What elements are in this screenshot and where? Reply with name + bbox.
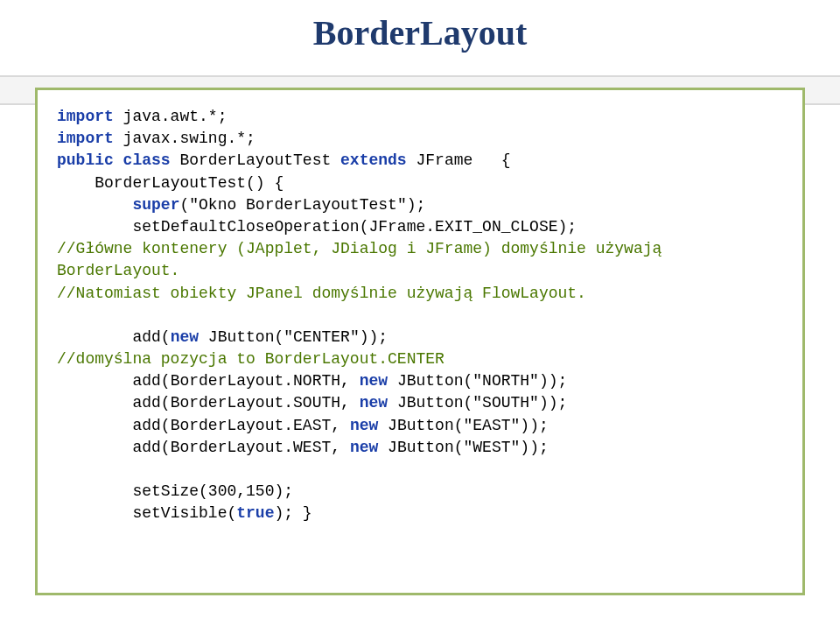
superclass: JFrame { (407, 151, 511, 169)
add-west-a: add(BorderLayout. (57, 439, 293, 456)
pkg-awt: java.awt.*; (114, 108, 228, 125)
paren: ); (558, 218, 578, 236)
comment-line: //domyślna pozycja to BorderLayout.CENTE… (57, 350, 444, 368)
kw-new: new (360, 372, 388, 390)
kw-import: import (57, 130, 114, 147)
const-east: EAST (293, 417, 331, 434)
kw-new: new (350, 417, 378, 434)
jbutton-south: JButton("SOUTH")); (388, 394, 567, 411)
jbutton-east: JButton("EAST")); (378, 417, 548, 434)
kw-import: import (57, 108, 114, 125)
super-arg: ("Okno BorderLayoutTest"); (179, 196, 425, 214)
class-name: BorderLayoutTest (171, 151, 340, 169)
comment-line: //Główne kontenery (JApplet, JDialog i J… (57, 240, 671, 279)
setvisible-a: setVisible( (57, 504, 236, 522)
exit-on-close: EXIT_ON_CLOSE (435, 218, 557, 236)
kw-true: true (236, 504, 274, 522)
const-south: SOUTH (293, 394, 340, 411)
add-east-a: add(BorderLayout. (57, 417, 293, 434)
jbutton-north: JButton("NORTH")); (388, 372, 567, 390)
const-north: NORTH (293, 372, 340, 390)
jbutton-center: JButton("CENTER")); (199, 328, 388, 346)
setvisible-b: ); } (274, 504, 312, 522)
comma: , (331, 439, 350, 456)
add-north-a: add(BorderLayout. (57, 372, 293, 390)
kw-new: new (350, 439, 378, 456)
setdefault: setDefaultCloseOperation(JFrame. (57, 218, 435, 236)
page-title: BorderLayout (0, 0, 840, 60)
kw-class: class (114, 151, 171, 169)
kw-new: new (171, 328, 199, 346)
kw-public: public (57, 151, 114, 169)
ctor-decl: BorderLayoutTest() { (57, 174, 284, 192)
kw-new: new (360, 394, 388, 411)
pkg-swing: javax.swing.*; (114, 130, 256, 147)
comma: , (340, 394, 360, 411)
comma: , (331, 417, 350, 434)
slide-page: BorderLayout import java.awt.*; import j… (0, 0, 840, 619)
jbutton-west: JButton("WEST")); (378, 439, 548, 456)
add-call: add( (57, 328, 171, 346)
add-south-a: add(BorderLayout. (57, 394, 293, 411)
comment-line: //Natomiast obiekty JPanel domyślnie uży… (57, 285, 586, 302)
setsize: setSize(300,150); (57, 482, 293, 500)
const-west: WEST (293, 439, 331, 456)
code-content: import java.awt.*; import javax.swing.*;… (57, 106, 783, 525)
code-box: import java.awt.*; import javax.swing.*;… (35, 88, 805, 595)
comma: , (340, 372, 360, 390)
kw-super: super (57, 196, 179, 214)
kw-extends: extends (340, 151, 407, 169)
